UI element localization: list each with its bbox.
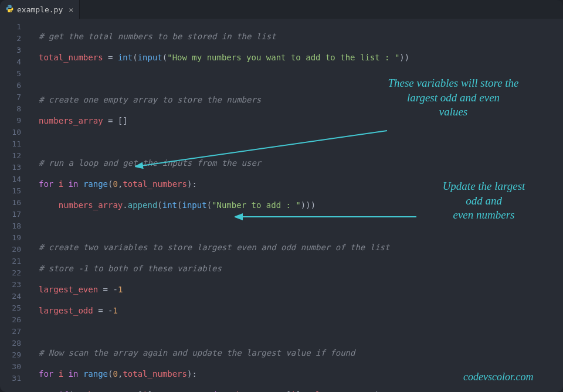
code-line: numbers_array = [] [39, 115, 409, 127]
code-line: largest_even = -1 [39, 284, 409, 295]
code-line: # get the total numbers to be stored in … [39, 30, 409, 42]
code-line [39, 220, 409, 232]
code-line: # store -1 to both of these variables [39, 263, 409, 274]
tab-filename: example.py [17, 5, 63, 14]
code-line [39, 136, 409, 148]
annotation-update: Update the largest odd and even numbers [422, 179, 545, 223]
close-icon[interactable]: × [69, 5, 73, 14]
tab-bar: example.py × [0, 0, 563, 19]
code-line: # create one empty array to store the nu… [39, 94, 409, 105]
code-line: # Now scan the array again and update th… [39, 347, 409, 359]
code-line: for i in range(0,total_numbers): [39, 368, 409, 380]
code-line: total_numbers = int(input("How my number… [39, 52, 409, 63]
code-line: if(numbers_array[i] % 2 == 0 and numbers… [39, 389, 409, 392]
code-line: # create two variables to store largest … [39, 241, 409, 253]
annotation-variables: These variables will store the largest o… [357, 76, 550, 120]
code-line: largest_odd = -1 [39, 305, 409, 316]
line-gutter: 1234567891011121314151617181920212223242… [0, 19, 29, 392]
code-area: # get the total numbers to be stored in … [29, 19, 409, 392]
python-icon [6, 5, 13, 14]
watermark: codevscolor.com [463, 370, 533, 384]
code-line: numbers_array.append(int(input("Number t… [39, 199, 409, 211]
file-tab[interactable]: example.py × [0, 0, 80, 19]
code-line: for i in range(0,total_numbers): [39, 178, 409, 190]
code-line: # run a loop and get the inputs from the… [39, 157, 409, 169]
code-line [39, 326, 409, 338]
code-line [39, 73, 409, 84]
